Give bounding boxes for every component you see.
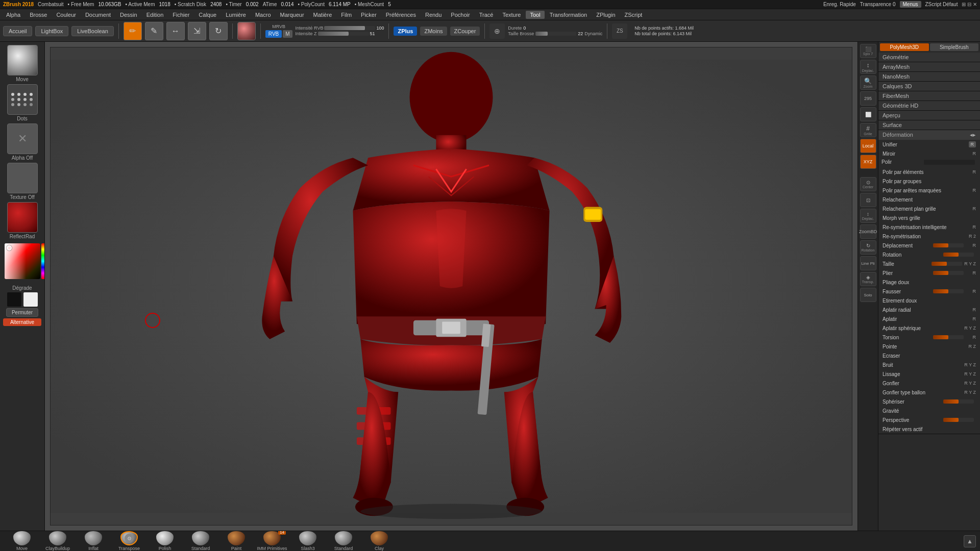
- deform-pliage-doux[interactable]: Pliage doux: [878, 278, 980, 287]
- color-picker[interactable]: [5, 243, 40, 279]
- bottom-slash3[interactable]: Slash3: [290, 531, 326, 551]
- zs-btn[interactable]: ZS: [612, 23, 627, 39]
- deplac2-btn[interactable]: ↕ Deplac.: [860, 209, 876, 223]
- polymesh3d-btn[interactable]: PolyMesh3D: [880, 43, 929, 51]
- xyz-btn[interactable]: XYZ: [860, 155, 876, 169]
- deform-polir-aretes[interactable]: Polir par arêtes marquées R: [878, 186, 980, 195]
- zmins-btn[interactable]: ZMoins: [420, 27, 447, 36]
- frame-btn[interactable]: ⬜: [860, 107, 876, 121]
- menu-alpha[interactable]: Alpha: [2, 11, 24, 19]
- deplac-btn[interactable]: ↔: [166, 22, 185, 40]
- deform-polir-groupes[interactable]: Polir par groupes: [878, 177, 980, 186]
- menu-calque[interactable]: Calque: [194, 11, 220, 19]
- bottom-clay[interactable]: Clay: [361, 531, 397, 551]
- quick-save[interactable]: Enreg. Rapide: [823, 2, 856, 7]
- dessin-btn[interactable]: ✎: [145, 22, 163, 40]
- deform-ecraser[interactable]: Ecraser: [878, 351, 980, 360]
- menu-pochoir[interactable]: Pochoir: [447, 11, 474, 19]
- deform-unifier[interactable]: Unifier R: [878, 140, 980, 149]
- center-btn[interactable]: ⊙ Center: [860, 177, 876, 191]
- deform-taille[interactable]: Taille R Y Z: [878, 259, 980, 268]
- deform-perspective[interactable]: Perspective: [878, 415, 980, 424]
- deform-lissage[interactable]: Lissage R Y Z: [878, 369, 980, 379]
- deform-gonfler-ballon[interactable]: Gonfler type ballon R Y Z: [878, 388, 980, 397]
- mrvb-icon-btn[interactable]: ⬛ Spix 7: [860, 44, 876, 58]
- fibermesh-title[interactable]: FiberMesh: [878, 91, 980, 101]
- grille-btn[interactable]: # Grille: [860, 123, 876, 137]
- texture-tool[interactable]: Texture Off: [3, 163, 42, 200]
- menu-brosse[interactable]: Brosse: [26, 11, 51, 19]
- transp-btn[interactable]: ◈ Transp.: [860, 272, 876, 286]
- menu-fichier[interactable]: Fichier: [168, 11, 193, 19]
- surface-title[interactable]: Surface: [878, 120, 980, 130]
- deform-relachement-grille[interactable]: Relachement plan grille R: [878, 204, 980, 213]
- bottom-paint[interactable]: Paint: [218, 531, 254, 551]
- bottom-polish[interactable]: Polish: [147, 531, 183, 551]
- swatch-white[interactable]: [23, 292, 38, 307]
- zoom-icon-btn[interactable]: 🔍 Zoom: [860, 76, 876, 90]
- deplac-icon-btn[interactable]: ↕ Deplac.: [860, 60, 876, 74]
- accueil-button[interactable]: Accueil: [3, 26, 32, 36]
- menu-zplugin[interactable]: ZPlugin: [592, 11, 619, 19]
- bottom-standard[interactable]: Standard: [183, 531, 218, 551]
- bottom-claybuildup[interactable]: ClayBuildup: [40, 531, 76, 551]
- dots-tool[interactable]: Dots: [3, 84, 42, 121]
- deform-aplatir-radial[interactable]: Aplatir radial R: [878, 305, 980, 314]
- deform-plier[interactable]: Plier R: [878, 268, 980, 278]
- deform-torsion[interactable]: Torsion R: [878, 333, 980, 342]
- solo-btn[interactable]: Solo: [860, 288, 876, 302]
- deform-relachement[interactable]: Relachement: [878, 195, 980, 204]
- edit-btn[interactable]: ✏: [124, 22, 142, 40]
- bottom-imm-primitives[interactable]: 14 IMM Primitives: [254, 531, 290, 551]
- deform-bruit[interactable]: Bruit R Y Z: [878, 360, 980, 369]
- zcopper-btn[interactable]: ZCouper: [450, 27, 480, 36]
- arraymesh-title[interactable]: ArrayMesh: [878, 62, 980, 71]
- menus[interactable]: Menus: [900, 1, 921, 8]
- permuter-btn[interactable]: Permuter: [6, 308, 38, 317]
- calques3d-title[interactable]: Calques 3D: [878, 82, 980, 91]
- liveboolean-button[interactable]: LiveBoolean: [71, 26, 114, 36]
- m-btn[interactable]: M: [283, 30, 292, 38]
- deform-aplatir-spherique[interactable]: Aplatir sphérique R Y Z: [878, 323, 980, 333]
- bottom-standard2[interactable]: Standard: [326, 531, 361, 551]
- menu-texture[interactable]: Texture: [498, 11, 525, 19]
- 295-btn[interactable]: 295: [860, 91, 876, 106]
- material-tool[interactable]: ReflectRad: [3, 202, 42, 239]
- menu-marqueur[interactable]: Marqueur: [276, 11, 308, 19]
- alpha-tool[interactable]: ✕ Alpha Off: [3, 123, 42, 161]
- deform-miroir[interactable]: Miroir R: [878, 149, 980, 158]
- deform-fausser[interactable]: Fausser R: [878, 287, 980, 296]
- menu-edition[interactable]: Edition: [142, 11, 168, 19]
- deformation-title[interactable]: Déformation ◂▸: [878, 130, 980, 140]
- deform-repeter[interactable]: Répéter vers actif: [878, 424, 980, 434]
- transparency[interactable]: Transparence 0: [860, 2, 896, 7]
- symmetry-btn[interactable]: ⊕: [489, 23, 505, 39]
- expand-bottom-btn[interactable]: ▲: [964, 535, 976, 547]
- deform-resym[interactable]: Re-symétrisation R 2: [878, 232, 980, 241]
- bottom-transpose[interactable]: ⚙ Transpose: [111, 531, 147, 551]
- bottom-move[interactable]: Move: [4, 531, 40, 551]
- deform-pointe[interactable]: Pointe R Z: [878, 342, 980, 351]
- deform-gonfler[interactable]: Gonfler R Y Z: [878, 379, 980, 388]
- deform-gravite[interactable]: Gravité: [878, 406, 980, 415]
- alternative-btn[interactable]: Alternative: [3, 318, 41, 326]
- deform-resym-intel[interactable]: Re-symétrisation intelligente R: [878, 222, 980, 232]
- menu-dessin[interactable]: Dessin: [116, 11, 141, 19]
- menu-couleur[interactable]: Couleur: [52, 11, 80, 19]
- menu-lumiere[interactable]: Lumière: [222, 11, 250, 19]
- rotation-btn[interactable]: ↻: [209, 22, 228, 40]
- deform-morph-grille[interactable]: Morph vers grille: [878, 213, 980, 222]
- zoom3d-btn[interactable]: ZoomBD: [860, 224, 876, 239]
- menu-trace[interactable]: Tracé: [475, 11, 498, 19]
- frame-icon-btn[interactable]: ⊡: [860, 193, 876, 207]
- menu-macro[interactable]: Macro: [251, 11, 275, 19]
- geometrie-title[interactable]: Géométrie: [878, 53, 980, 62]
- lightbox-button[interactable]: LightBox: [35, 26, 68, 36]
- menu-preferences[interactable]: Préférences: [382, 11, 420, 19]
- apercu-title[interactable]: Aperçu: [878, 111, 980, 120]
- local-btn[interactable]: Local: [860, 139, 876, 153]
- zplus-btn[interactable]: ZPlus: [394, 27, 417, 36]
- menu-zscript[interactable]: ZScript: [621, 11, 647, 19]
- menu-transformation[interactable]: Transformation: [546, 11, 592, 19]
- move-tool[interactable]: Move: [3, 45, 42, 82]
